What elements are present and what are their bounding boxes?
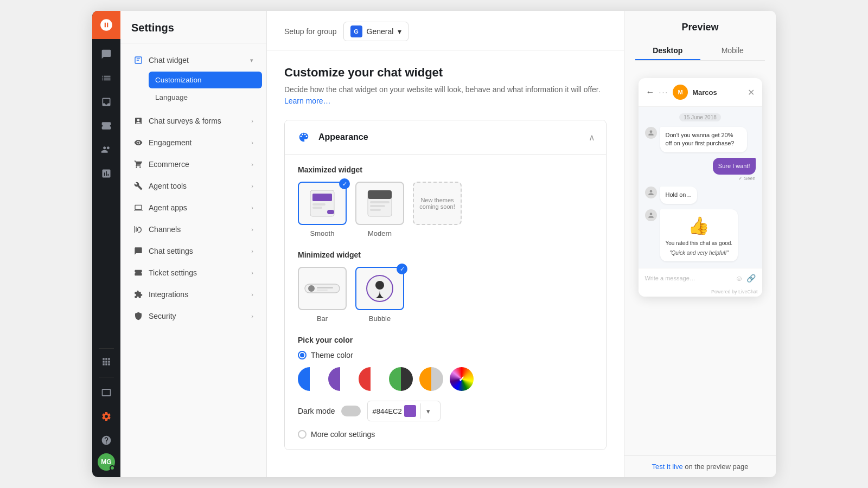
- nav-contacts-icon[interactable]: [95, 139, 117, 160]
- preview-header: Preview Desktop Mobile: [624, 11, 776, 61]
- chat-surveys-chevron: ›: [251, 118, 253, 124]
- sidebar-item-channels[interactable]: Channels ›: [125, 219, 262, 240]
- chat-close-icon[interactable]: ✕: [748, 87, 755, 98]
- modern-box[interactable]: [355, 182, 404, 225]
- agent-tools-label: Agent tools: [149, 182, 246, 190]
- user-avatar[interactable]: MG: [98, 453, 115, 471]
- color-dropdown-btn[interactable]: ▾: [420, 403, 436, 419]
- swatch-green-dark[interactable]: [389, 367, 413, 391]
- modern-label: Modern: [368, 229, 392, 237]
- theme-color-radio[interactable]: [298, 351, 307, 359]
- app-logo[interactable]: [92, 11, 120, 39]
- swatch-blue-white[interactable]: [298, 367, 322, 391]
- smooth-box[interactable]: ✓: [298, 182, 347, 225]
- nav-inbox-icon[interactable]: [95, 91, 117, 113]
- maximized-options: ✓ Smooth: [298, 182, 593, 237]
- survey-icon: [133, 116, 143, 126]
- bubble-label: Bubble: [369, 314, 391, 323]
- bubble-option[interactable]: ✓ Bubble: [355, 267, 404, 323]
- smooth-label: Smooth: [310, 229, 335, 237]
- sidebar-item-chat-widget[interactable]: Chat widget ▾: [125, 50, 262, 70]
- appearance-title: Appearance: [318, 132, 582, 142]
- user-message-1: Sure I want!: [713, 158, 756, 175]
- chat-back-icon[interactable]: ←: [646, 87, 655, 97]
- security-label: Security: [149, 312, 246, 320]
- security-chevron: ›: [251, 313, 253, 319]
- learn-more-link[interactable]: Learn more…: [284, 97, 331, 105]
- sidebar-item-ecommerce[interactable]: Ecommerce ›: [125, 154, 262, 175]
- sidebar-item-language[interactable]: Language: [149, 89, 262, 106]
- agent-apps-label: Agent apps: [149, 203, 246, 212]
- more-color-radio[interactable]: [298, 430, 307, 439]
- modern-option[interactable]: Modern: [355, 182, 404, 237]
- chat-settings-icon: [133, 246, 143, 256]
- appearance-chevron: ∧: [589, 132, 595, 143]
- bar-preview-svg: [304, 282, 341, 295]
- new-theme-option: New themes coming soon!: [413, 182, 462, 237]
- svg-rect-4: [312, 194, 332, 201]
- sidebar-item-customization[interactable]: Customization: [149, 72, 262, 88]
- appearance-section: Appearance ∧ Maximized widget ✓: [284, 120, 607, 450]
- agent-avatar-1: [645, 127, 657, 139]
- swatch-red-white[interactable]: [359, 367, 382, 391]
- ecommerce-label: Ecommerce: [149, 160, 246, 169]
- sidebar-item-ticket-settings[interactable]: Ticket settings ›: [125, 262, 262, 283]
- agent-message-1: Don't you wanna get 20% off on your firs…: [660, 127, 747, 152]
- nav-settings-icon[interactable]: [95, 406, 117, 427]
- hex-input[interactable]: #844EC2 ▾: [367, 401, 440, 421]
- nav-ticket-icon[interactable]: [95, 115, 117, 137]
- nav-layout-icon[interactable]: [95, 382, 117, 403]
- chat-agent-avatar: M: [673, 85, 688, 100]
- group-selector[interactable]: G General ▾: [343, 22, 409, 41]
- preview-tab-mobile[interactable]: Mobile: [700, 42, 765, 60]
- chat-surveys-label: Chat surveys & forms: [149, 117, 246, 125]
- message-row-2: Sure I want! ✓ Seen: [645, 158, 756, 181]
- nav-chat-icon[interactable]: [95, 43, 117, 65]
- smooth-option[interactable]: ✓ Smooth: [298, 182, 347, 237]
- sidebar-item-agent-tools[interactable]: Agent tools ›: [125, 176, 262, 196]
- avatar-online-dot: [110, 465, 115, 471]
- appearance-header[interactable]: Appearance ∧: [285, 120, 606, 154]
- sidebar-item-chat-surveys[interactable]: Chat surveys & forms ›: [125, 111, 262, 131]
- sidebar-item-chat-settings[interactable]: Chat settings ›: [125, 241, 262, 261]
- color-preview-box: [404, 405, 416, 417]
- test-live-link[interactable]: Test it live: [652, 463, 683, 471]
- theme-color-radio-row: Theme color: [298, 351, 593, 359]
- emoji-icon[interactable]: ☺: [735, 274, 743, 282]
- svg-rect-6: [312, 207, 322, 209]
- sidebar-item-agent-apps[interactable]: Agent apps ›: [125, 197, 262, 218]
- chat-widget-label: Chat widget: [149, 56, 245, 65]
- nav-list-icon[interactable]: [95, 67, 117, 89]
- dark-mode-toggle[interactable]: [341, 406, 361, 416]
- chat-dots-icon[interactable]: ···: [659, 88, 669, 97]
- swatch-orange-gray[interactable]: [419, 367, 443, 391]
- minimized-label: Minimized widget: [298, 251, 593, 259]
- ecommerce-chevron: ›: [251, 161, 253, 168]
- hex-value: #844EC2: [372, 407, 401, 415]
- agent-message-2: Hold on…: [660, 187, 698, 203]
- chat-widget-preview: ← ··· M Marcos ✕ 15 June 2018 Don: [639, 78, 762, 297]
- channels-chevron: ›: [251, 226, 253, 233]
- wrench-icon: [133, 181, 143, 191]
- sidebar-item-engagement[interactable]: Engagement ›: [125, 132, 262, 153]
- main-header: Setup for group G General ▾: [267, 11, 624, 50]
- plug-icon: [133, 290, 143, 299]
- attachment-icon[interactable]: 🔗: [746, 274, 756, 282]
- page-title: Customize your chat widget: [284, 66, 607, 80]
- preview-panel: Preview Desktop Mobile ← ··· M Marcos ✕ …: [624, 11, 776, 477]
- integrations-label: Integrations: [149, 290, 246, 299]
- nav-help-icon[interactable]: [95, 429, 117, 451]
- preview-tab-desktop[interactable]: Desktop: [635, 42, 700, 60]
- swatch-purple-white[interactable]: [328, 367, 352, 391]
- bar-option[interactable]: Bar: [298, 267, 347, 323]
- chat-messages: 15 June 2018 Don't you wanna get 20% off…: [639, 107, 762, 268]
- swatch-rainbow[interactable]: [450, 367, 474, 391]
- shield-icon: [133, 311, 143, 321]
- customization-area: Customize your chat widget Decide how th…: [267, 50, 624, 477]
- bubble-box[interactable]: ✓: [355, 267, 404, 310]
- nav-chart-icon[interactable]: [95, 163, 117, 184]
- bar-box[interactable]: [298, 267, 347, 310]
- nav-apps-icon[interactable]: [95, 351, 117, 373]
- sidebar-item-integrations[interactable]: Integrations ›: [125, 284, 262, 305]
- sidebar-item-security[interactable]: Security ›: [125, 306, 262, 326]
